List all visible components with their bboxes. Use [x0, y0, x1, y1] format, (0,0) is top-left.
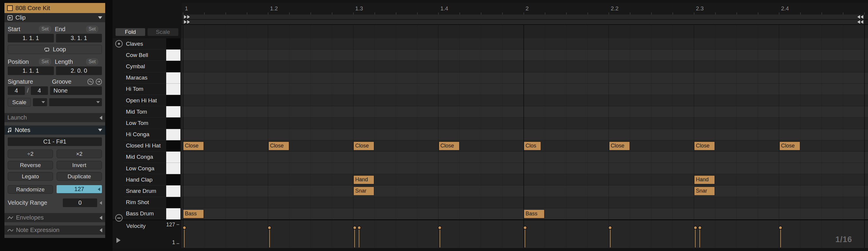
randomize-value-field[interactable]: 127: [57, 185, 102, 193]
legato-button[interactable]: Legato: [8, 172, 53, 181]
halve-time-button[interactable]: ÷2: [8, 149, 53, 158]
velocity-marker[interactable]: [693, 226, 698, 230]
lane-name[interactable]: Claves: [124, 38, 166, 50]
lane-name[interactable]: Maracas: [124, 73, 166, 84]
collapsed-triangle-icon[interactable]: [99, 216, 102, 220]
loop-strip[interactable]: [182, 15, 868, 25]
duplicate-button[interactable]: Duplicate: [57, 172, 102, 181]
envelopes-section-header[interactable]: Envelopes: [4, 213, 105, 222]
midi-note[interactable]: Close: [609, 141, 630, 150]
lane-play-icon[interactable]: [117, 238, 121, 243]
lane-name[interactable]: Low Tom: [124, 117, 166, 129]
remove-lane-button[interactable]: [115, 214, 123, 222]
pitch-range-field[interactable]: C1 - F#1: [8, 137, 102, 146]
lane-key-white[interactable]: [166, 163, 180, 174]
lane-key-black[interactable]: [166, 117, 180, 129]
velocity-marker-stem[interactable]: [184, 228, 185, 247]
velocity-marker[interactable]: [778, 226, 782, 230]
velocity-marker[interactable]: [357, 226, 361, 230]
groove-pool-icon[interactable]: [87, 79, 94, 85]
lane-key-black[interactable]: [166, 61, 180, 72]
signature-denominator-field[interactable]: 4: [31, 86, 48, 95]
midi-note[interactable]: Close: [269, 141, 289, 150]
scale-root-select[interactable]: [33, 98, 47, 106]
lane-key-white[interactable]: [166, 151, 180, 163]
midi-note[interactable]: Close: [779, 141, 800, 150]
midi-note[interactable]: Hand: [694, 175, 715, 184]
groove-select[interactable]: None: [50, 86, 102, 95]
lane-key-white[interactable]: [166, 186, 180, 197]
lane-key-white[interactable]: [166, 208, 180, 220]
velocity-marker-stem[interactable]: [354, 228, 355, 247]
fold-button[interactable]: Fold: [116, 28, 145, 36]
velocity-min-value[interactable]: 1: [172, 240, 175, 246]
velocity-lane[interactable]: [182, 220, 868, 248]
velocity-marker-stem[interactable]: [610, 228, 611, 247]
loop-start-marker-icon[interactable]: [187, 15, 190, 19]
double-time-button[interactable]: ×2: [57, 149, 102, 158]
marker-lane[interactable]: [182, 20, 868, 25]
clip-section-header[interactable]: Clip: [4, 13, 105, 22]
midi-note[interactable]: Hand: [353, 175, 374, 184]
lane-name[interactable]: Open Hi Hat: [124, 95, 166, 106]
midi-note[interactable]: Bass: [183, 210, 204, 218]
launch-section-header[interactable]: Launch: [4, 113, 105, 122]
collapse-triangle-icon[interactable]: [98, 16, 102, 19]
lane-key-black[interactable]: [166, 140, 180, 151]
lane-name[interactable]: Hi Tom: [124, 84, 166, 95]
midi-note[interactable]: Close: [183, 141, 204, 150]
lane-key-white[interactable]: [166, 73, 180, 84]
midi-note[interactable]: Close: [439, 141, 460, 150]
lane-key-white[interactable]: [166, 84, 180, 95]
lane-name[interactable]: Hand Clap: [124, 174, 166, 186]
loop-region[interactable]: [183, 20, 864, 24]
velocity-range-field[interactable]: 0: [63, 198, 97, 207]
loop-end-marker-icon[interactable]: [861, 20, 863, 24]
velocity-marker[interactable]: [523, 226, 527, 230]
scale-name-select[interactable]: [49, 98, 102, 106]
lane-key-black[interactable]: [166, 38, 180, 50]
loop-end-marker-icon[interactable]: [861, 15, 863, 19]
midi-note[interactable]: Close: [694, 141, 715, 150]
lane-key-white[interactable]: [166, 50, 180, 61]
lane-name[interactable]: Low Conga: [124, 163, 166, 174]
collapsed-triangle-icon[interactable]: [99, 116, 102, 120]
velocity-marker-stem[interactable]: [700, 228, 700, 247]
lane-key-white[interactable]: [166, 129, 180, 140]
midi-note[interactable]: Bass: [524, 210, 545, 218]
velocity-marker[interactable]: [438, 226, 442, 230]
lane-name[interactable]: Mid Tom: [124, 106, 166, 117]
collapsed-triangle-icon[interactable]: [99, 228, 102, 232]
lane-name[interactable]: Cymbal: [124, 61, 166, 72]
loop-button[interactable]: Loop: [8, 45, 102, 54]
end-set-button[interactable]: Set: [86, 26, 98, 32]
scale-button[interactable]: Scale: [148, 28, 178, 36]
velocity-marker-stem[interactable]: [269, 228, 270, 247]
reverse-button[interactable]: Reverse: [8, 161, 53, 169]
start-set-button[interactable]: Set: [39, 26, 51, 32]
lane-name[interactable]: Bass Drum: [124, 208, 166, 220]
notes-section-header[interactable]: Notes: [4, 125, 105, 135]
velocity-marker[interactable]: [268, 226, 271, 230]
lane-name[interactable]: Rim Shot: [124, 197, 166, 208]
velocity-marker[interactable]: [183, 226, 186, 230]
signature-numerator-field[interactable]: 4: [8, 86, 25, 95]
velocity-max-value[interactable]: 127: [166, 222, 175, 228]
loop-end-marker-icon[interactable]: [857, 15, 860, 19]
velocity-marker-stem[interactable]: [695, 228, 695, 247]
velocity-marker[interactable]: [698, 226, 702, 230]
note-expression-section-header[interactable]: Note Expression: [4, 225, 105, 235]
length-value-field[interactable]: 2. 0. 0: [56, 66, 102, 75]
scale-toggle-button[interactable]: Scale: [8, 98, 31, 107]
midi-note[interactable]: Snar: [694, 187, 715, 196]
loop-end-marker-icon[interactable]: [857, 20, 860, 24]
velocity-marker-stem[interactable]: [780, 228, 781, 247]
lane-name[interactable]: Cow Bell: [124, 50, 166, 61]
lane-name[interactable]: Mid Conga: [124, 151, 166, 163]
note-grid[interactable]: CloseCloseCloseCloseClosCloseCloseCloseH…: [182, 38, 868, 220]
lane-key-black[interactable]: [166, 95, 180, 106]
randomize-button[interactable]: Randomize: [8, 185, 53, 194]
position-value-field[interactable]: 1. 1. 1: [8, 66, 54, 75]
loop-start-marker-icon[interactable]: [184, 15, 187, 19]
velocity-marker[interactable]: [353, 226, 357, 230]
